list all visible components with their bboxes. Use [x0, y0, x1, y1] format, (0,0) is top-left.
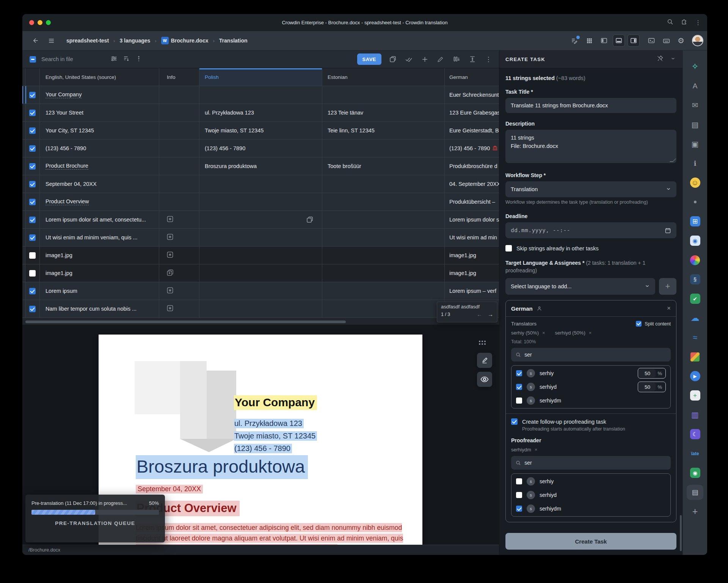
edit-string-icon[interactable] — [435, 53, 447, 65]
eye-badge-icon[interactable]: ◉ — [687, 467, 703, 478]
smiley-icon[interactable]: ☺ — [687, 177, 703, 188]
split-content-checkbox[interactable] — [636, 321, 642, 327]
cell-source[interactable]: Product Brochure — [40, 157, 159, 175]
extensions-puzzle-icon[interactable] — [681, 19, 687, 27]
section-icon[interactable]: § — [687, 274, 703, 285]
cell-german[interactable]: Produktübersicht – — [445, 193, 499, 211]
cell-german[interactable]: 04. September 20XX — [445, 175, 499, 193]
remove-tag-icon[interactable]: × — [535, 447, 538, 453]
cell-estonian[interactable] — [322, 193, 445, 211]
breadcrumb-item-brochure-docx[interactable]: WBrochure.docx — [161, 37, 209, 44]
cell-polish[interactable] — [199, 300, 322, 318]
add-extension-icon[interactable]: + — [687, 506, 703, 517]
cell-polish[interactable] — [199, 282, 322, 300]
side-by-side-view-icon[interactable] — [598, 35, 610, 47]
skip-strings-checkbox[interactable] — [505, 245, 512, 251]
preview-drag-handle-icon[interactable] — [479, 341, 487, 346]
table-scrollbar[interactable] — [25, 321, 346, 323]
copy-source-icon[interactable] — [387, 53, 399, 65]
columns-ext-icon[interactable]: ▥ — [687, 409, 703, 420]
cell-source[interactable]: Nam liber tempor cum soluta nobis ... — [40, 300, 159, 318]
cell-source[interactable]: 123 Your Street — [40, 104, 159, 122]
description-textarea[interactable]: 11 strings File: Brochure.docx — [505, 130, 676, 163]
sort-filter-icon[interactable] — [123, 55, 130, 64]
eye-ext-icon[interactable]: ◉ — [687, 235, 703, 246]
cell-info[interactable] — [159, 282, 199, 300]
cell-estonian[interactable]: 123 Teie tänav — [322, 104, 445, 122]
cell-estonian[interactable] — [322, 86, 445, 104]
cat-icon[interactable]: ☾ — [687, 429, 703, 440]
panel-collapse-chevron-icon[interactable] — [670, 56, 676, 63]
skip-strings-row[interactable]: Skip strings already in other tasks — [505, 245, 676, 251]
column-header-polish[interactable]: Polish — [199, 68, 322, 86]
user-row-serhiyd[interactable]: sserhiyd — [511, 488, 670, 502]
split-content-toggle[interactable]: Split content — [636, 321, 671, 327]
cell-german[interactable]: image1.jpg — [445, 264, 499, 282]
row-checkbox[interactable] — [29, 306, 36, 312]
cell-source[interactable]: Ut wisi enim ad minim veniam, quis ... — [40, 229, 159, 247]
translate-icon[interactable]: A — [687, 80, 703, 91]
user-checkbox[interactable] — [516, 478, 522, 484]
cell-info[interactable] — [159, 104, 199, 122]
preview-highlight-toggle-button[interactable] — [477, 372, 492, 387]
check-badge-icon[interactable]: ✔ — [687, 293, 703, 304]
strings-options-icon[interactable] — [135, 55, 142, 64]
cell-polish[interactable] — [199, 264, 322, 282]
row-checkbox[interactable] — [29, 92, 36, 98]
language-select[interactable]: Select language to add... — [505, 278, 655, 295]
breadcrumb-item-translation[interactable]: Translation — [219, 38, 248, 44]
add-string-icon[interactable] — [419, 53, 431, 65]
cell-source[interactable]: image1.jpg — [40, 247, 159, 264]
user-checkbox[interactable] — [516, 398, 522, 404]
preview-edit-button[interactable] — [477, 353, 492, 368]
cell-polish[interactable] — [199, 211, 322, 229]
pages-icon[interactable]: ▣ — [687, 138, 703, 149]
cell-polish[interactable] — [199, 193, 322, 211]
cell-source[interactable]: Product Overview — [40, 193, 159, 211]
console-icon[interactable] — [645, 35, 657, 47]
row-checkbox[interactable] — [29, 270, 36, 277]
eye-play-icon[interactable]: ▶ — [687, 371, 703, 382]
cell-estonian[interactable]: Teie linn, ST 12345 — [322, 122, 445, 140]
row-checkbox[interactable] — [29, 181, 36, 187]
hamburger-menu-icon[interactable] — [45, 35, 57, 47]
deadline-input[interactable]: dd.mm.yyyy, --:-- — [505, 222, 676, 238]
user-checkbox[interactable] — [516, 506, 522, 512]
cell-german[interactable]: (123) 456 - 7890 — [445, 140, 499, 157]
remove-tag-icon[interactable]: × — [589, 330, 592, 336]
cell-info[interactable] — [159, 193, 199, 211]
cell-polish[interactable]: Broszura produktowa — [199, 157, 322, 175]
cell-german[interactable]: Eure Geisterstadt, B — [445, 122, 499, 140]
cell-info[interactable] — [159, 140, 199, 157]
translator-search-input[interactable] — [524, 352, 666, 358]
cell-polish[interactable]: ul. Przykładowa 123 — [199, 104, 322, 122]
row-checkbox[interactable] — [29, 199, 36, 205]
cell-info[interactable] — [159, 157, 199, 175]
translate-tiles-icon[interactable]: ⊞ — [687, 216, 703, 227]
ai-sparkle-icon[interactable]: ✧ — [687, 61, 703, 72]
cell-estonian[interactable] — [322, 211, 445, 229]
doc-plus-icon[interactable]: + — [687, 390, 703, 401]
copy-translation-icon[interactable] — [306, 216, 314, 225]
card-icon[interactable]: ▤ — [687, 119, 703, 130]
save-button[interactable]: SAVE — [357, 53, 381, 65]
cell-german[interactable]: image1.jpg — [445, 247, 499, 264]
cell-german[interactable]: Lorem ipsum – verf — [445, 282, 499, 300]
select-all-checkbox[interactable] — [30, 56, 36, 63]
workflow-step-select[interactable]: Translation — [505, 181, 676, 197]
column-order-icon[interactable] — [450, 53, 463, 65]
pretranslation-queue-icon[interactable] — [568, 35, 581, 47]
followup-row[interactable]: Create follow-up proofreading task — [511, 418, 671, 425]
search-icon[interactable] — [667, 19, 673, 27]
user-row-serhiydm[interactable]: sserhiydm — [511, 502, 670, 515]
approve-all-icon[interactable] — [403, 53, 415, 65]
cell-german[interactable]: Lorem ipsum dolor s — [445, 211, 499, 229]
cell-polish[interactable] — [199, 86, 322, 104]
cube-icon[interactable] — [687, 351, 703, 362]
cell-polish[interactable]: Twoje miasto, ST 12345 — [199, 122, 322, 140]
keyboard-shortcuts-icon[interactable] — [660, 35, 672, 47]
user-row-serhiy[interactable]: sserhiy — [511, 475, 670, 488]
followup-checkbox[interactable] — [511, 418, 518, 425]
comment-icon[interactable]: ✉ — [687, 100, 703, 111]
cell-source[interactable]: image1.jpg — [40, 264, 159, 282]
